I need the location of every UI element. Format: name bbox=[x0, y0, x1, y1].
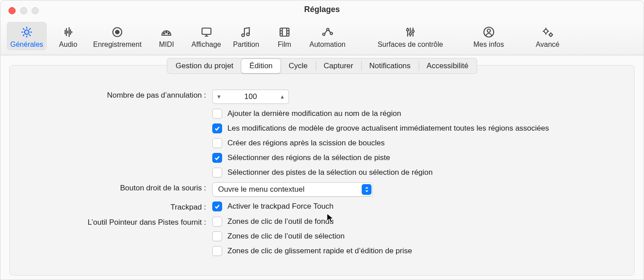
checkbox[interactable] bbox=[212, 153, 222, 163]
toolbar-item-label: Automation bbox=[310, 41, 346, 49]
gears-icon bbox=[540, 25, 555, 40]
toolbar-item-midi[interactable]: MIDI bbox=[149, 22, 183, 50]
right-mouse-value: Ouvre le menu contextuel bbox=[218, 185, 362, 194]
chk-fade-zones[interactable]: Zones de clic de l’outil de fondu bbox=[212, 217, 621, 226]
prefs-tabs: Gestion du projetÉditionCycleCapturerNot… bbox=[167, 58, 477, 74]
trackpad-label: Trackpad : bbox=[23, 202, 206, 212]
popup-arrows-icon bbox=[362, 184, 372, 195]
monitor-icon bbox=[199, 25, 214, 40]
edition-form: Nombre de pas d’annulation : ▼ 100 ▲ Ajo… bbox=[10, 82, 634, 256]
chk-select-regions[interactable]: Sélectionner des régions de la sélection… bbox=[212, 153, 621, 163]
toolbar-item-label: Enregistrement bbox=[93, 41, 142, 49]
chk-create-after-split[interactable]: Créer des régions après la scission de b… bbox=[212, 138, 621, 148]
chk-force-touch[interactable]: Activer le trackpad Force Touch bbox=[212, 202, 334, 211]
toolbar-item-label: Affichage bbox=[191, 41, 221, 49]
automation-icon bbox=[320, 25, 335, 40]
film-icon bbox=[277, 25, 292, 40]
toolbar-item-label: Mes infos bbox=[473, 41, 504, 49]
chk-label: Activer le trackpad Force Touch bbox=[227, 202, 334, 211]
chk-label: Créer des régions après la scission de b… bbox=[227, 138, 384, 148]
toolbar-item-label: MIDI bbox=[159, 41, 174, 49]
toolbar-item-myinfo[interactable]: Mes infos bbox=[470, 22, 507, 50]
prefs-toolbar: GénéralesAudioEnregistrementMIDIAffichag… bbox=[0, 18, 644, 55]
tab-notif[interactable]: Notifications bbox=[361, 59, 419, 73]
waveform-icon bbox=[61, 25, 76, 40]
checkbox[interactable] bbox=[212, 109, 222, 119]
content: Gestion du projetÉditionCycleCapturerNot… bbox=[0, 55, 644, 276]
chk-label: Zones de clic de l’outil de fondu bbox=[227, 217, 334, 226]
notes-icon bbox=[239, 25, 254, 40]
midi-icon bbox=[159, 25, 174, 40]
tab-access[interactable]: Accessibilité bbox=[419, 59, 477, 73]
chk-label: Sélectionner des régions de la sélection… bbox=[227, 153, 390, 163]
toolbar-item-label: Surfaces de contrôle bbox=[378, 41, 443, 49]
record-icon bbox=[110, 25, 125, 40]
right-mouse-popup[interactable]: Ouvre le menu contextuel bbox=[212, 182, 373, 197]
toolbar-item-film[interactable]: Film bbox=[268, 22, 301, 50]
toolbar-item-label: Audio bbox=[59, 41, 77, 49]
chk-label: Zones de clic de glissement rapide et d’… bbox=[227, 246, 412, 256]
stepper-increase[interactable]: ▲ bbox=[276, 94, 289, 100]
tab-cycle[interactable]: Cycle bbox=[281, 59, 316, 73]
toolbar-item-display[interactable]: Affichage bbox=[188, 22, 224, 50]
chk-select-tracks[interactable]: Sélectionner des pistes de la sélection … bbox=[212, 168, 621, 177]
toolbar-item-general[interactable]: Générales bbox=[7, 22, 47, 50]
checkbox[interactable] bbox=[212, 217, 222, 226]
checkbox[interactable] bbox=[212, 124, 222, 133]
titlebar: Réglages bbox=[0, 0, 644, 18]
chk-label: Zones de clic de l’outil de sélection bbox=[227, 231, 345, 241]
tab-project[interactable]: Gestion du projet bbox=[168, 59, 241, 73]
toolbar-item-record[interactable]: Enregistrement bbox=[90, 22, 145, 50]
toolbar-item-surfaces[interactable]: Surfaces de contrôle bbox=[374, 22, 447, 50]
chk-selection-zones[interactable]: Zones de clic de l’outil de sélection bbox=[212, 231, 621, 241]
person-icon bbox=[481, 25, 496, 40]
checkbox[interactable] bbox=[212, 168, 222, 177]
tab-edition[interactable]: Édition bbox=[241, 59, 281, 73]
window-title: Réglages bbox=[0, 5, 644, 14]
pointer-label: L’outil Pointeur dans Pistes fournit : bbox=[23, 217, 206, 227]
toolbar-item-label: Partition bbox=[233, 41, 259, 49]
toolbar-item-automtn[interactable]: Automation bbox=[306, 22, 349, 50]
toolbar-item-advanced[interactable]: Avancé bbox=[531, 22, 565, 50]
chk-quick-swipe-zones[interactable]: Zones de clic de glissement rapide et d’… bbox=[212, 246, 621, 256]
checkbox[interactable] bbox=[212, 231, 222, 241]
chk-label: Ajouter la dernière modification au nom … bbox=[227, 109, 401, 119]
prefs-panel: Gestion du projetÉditionCycleCapturerNot… bbox=[9, 65, 635, 276]
chk-label: Les modifications de modèle de groove ac… bbox=[227, 124, 549, 133]
checkbox[interactable] bbox=[212, 138, 222, 148]
toolbar-item-score[interactable]: Partition bbox=[229, 22, 263, 50]
chk-groove-update[interactable]: Les modifications de modèle de groove ac… bbox=[212, 124, 621, 133]
gear-icon bbox=[19, 25, 34, 40]
chk-add-last-edit[interactable]: Ajouter la dernière modification au nom … bbox=[212, 109, 621, 119]
checkbox[interactable] bbox=[212, 246, 222, 256]
sliders-icon bbox=[403, 25, 418, 40]
settings-window: Réglages GénéralesAudioEnregistrementMID… bbox=[0, 0, 644, 280]
toolbar-item-label: Avancé bbox=[536, 41, 559, 49]
toolbar-item-label: Film bbox=[278, 41, 291, 49]
undo-steps-label: Nombre de pas d’annulation : bbox=[23, 90, 206, 100]
right-mouse-label: Bouton droit de la souris : bbox=[23, 182, 206, 193]
checkbox[interactable] bbox=[212, 202, 222, 211]
chk-label: Sélectionner des pistes de la sélection … bbox=[227, 168, 433, 177]
undo-steps-value: 100 bbox=[225, 92, 276, 101]
toolbar-item-audio[interactable]: Audio bbox=[51, 22, 85, 50]
toolbar-item-label: Générales bbox=[10, 41, 43, 49]
tab-capture[interactable]: Capturer bbox=[316, 59, 361, 73]
stepper-decrease[interactable]: ▼ bbox=[213, 94, 225, 100]
undo-steps-stepper[interactable]: ▼ 100 ▲ bbox=[212, 90, 289, 104]
